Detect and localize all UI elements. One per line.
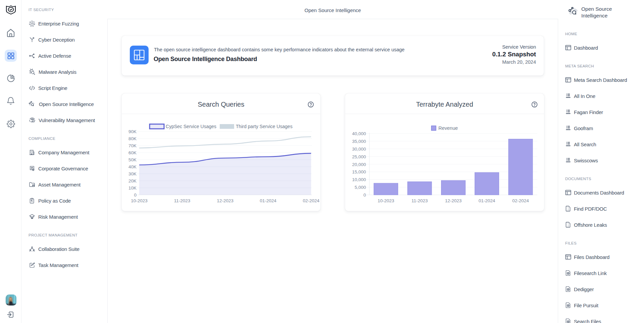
svg-text:40,000: 40,000 [352, 131, 366, 136]
svg-text:80K: 80K [128, 136, 137, 141]
svg-text:10-2023: 10-2023 [131, 198, 148, 203]
svg-text:11-2023: 11-2023 [412, 198, 428, 203]
svg-text:60K: 60K [128, 150, 137, 155]
svg-text:25,000: 25,000 [352, 154, 366, 159]
svg-text:Third party Service Usages: Third party Service Usages [236, 124, 292, 129]
svg-text:01-2024: 01-2024 [260, 198, 277, 203]
svg-text:30,000: 30,000 [352, 147, 366, 152]
svg-text:70K: 70K [128, 143, 137, 148]
svg-text:10K: 10K [128, 185, 137, 191]
svg-text:Revenue: Revenue [438, 125, 458, 131]
svg-text:0: 0 [363, 193, 366, 198]
svg-text:20K: 20K [128, 178, 137, 183]
svg-text:15,000: 15,000 [352, 169, 366, 174]
svg-text:10-2023: 10-2023 [378, 198, 394, 203]
svg-text:35,000: 35,000 [352, 139, 366, 144]
svg-text:40K: 40K [128, 164, 137, 169]
svg-text:5,000: 5,000 [355, 185, 366, 190]
svg-text:12-2023: 12-2023 [445, 198, 462, 203]
svg-text:20,000: 20,000 [352, 162, 366, 167]
svg-text:90K: 90K [128, 129, 137, 134]
svg-text:50K: 50K [128, 157, 137, 162]
svg-text:01-2024: 01-2024 [479, 198, 495, 203]
svg-text:02-2024: 02-2024 [303, 198, 320, 203]
svg-text:CypSec Service Usages: CypSec Service Usages [166, 124, 216, 129]
svg-text:0: 0 [134, 193, 137, 198]
svg-text:11-2023: 11-2023 [174, 198, 191, 203]
svg-text:02-2024: 02-2024 [512, 198, 529, 203]
svg-text:10,000: 10,000 [352, 177, 366, 182]
svg-text:12-2023: 12-2023 [217, 198, 233, 203]
svg-text:30K: 30K [128, 171, 137, 176]
